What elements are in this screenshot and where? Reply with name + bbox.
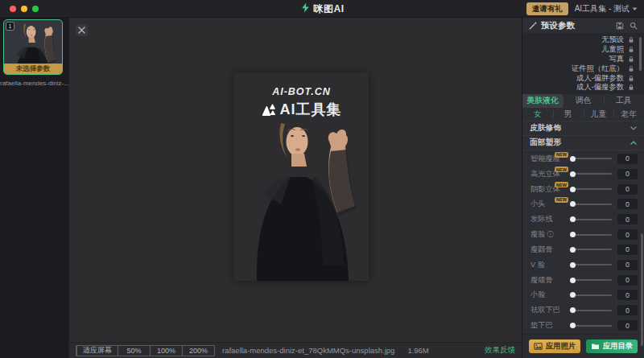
feature-tabs: 美肤液化调色工具 — [522, 94, 644, 108]
zoom-option-button[interactable]: 适应屏幕 — [76, 346, 118, 356]
gender-option[interactable]: 老年 — [613, 108, 644, 121]
slider-track[interactable] — [571, 188, 612, 190]
feature-tab[interactable]: 美肤液化 — [522, 94, 563, 108]
gender-option[interactable]: 男 — [553, 108, 584, 121]
slider-track[interactable] — [571, 204, 612, 205]
magic-wand-icon — [529, 19, 538, 33]
slider-thumb[interactable] — [570, 247, 576, 253]
close-icon — [78, 27, 85, 34]
slider-thumb[interactable] — [570, 292, 576, 298]
preset-item[interactable]: 无预设 — [522, 35, 644, 45]
lock-icon — [628, 46, 634, 53]
zoom-controls: 适应屏幕50%100%200% — [76, 345, 215, 356]
feedback-link[interactable]: 效果反馈 — [485, 345, 515, 356]
slider-thumb[interactable] — [570, 201, 576, 207]
slider-value: 0 — [617, 199, 638, 209]
slider-value: 0 — [617, 305, 638, 315]
chevron-up-icon — [630, 141, 637, 145]
section-face-label: 面部塑形 — [530, 138, 561, 148]
slider-row: NEW 阴影立体 0 — [522, 182, 644, 197]
zoom-option-button[interactable]: 200% — [182, 346, 214, 356]
slider-label: 瘦颌骨 — [530, 275, 553, 286]
zoom-option-button[interactable]: 100% — [150, 346, 182, 356]
slider-track[interactable] — [571, 264, 612, 265]
invite-button[interactable]: 邀请有礼 — [526, 2, 568, 14]
slider-thumb[interactable] — [570, 232, 576, 237]
slider-list: NEW 智能瘦脸 0 NEW 高光立体 — [522, 150, 644, 334]
slider-thumb[interactable] — [570, 262, 576, 268]
slider-track[interactable] — [571, 173, 612, 175]
photo-icon — [534, 343, 543, 350]
preset-item[interactable]: 儿童照 — [522, 45, 644, 55]
app-title: 咪图AI — [314, 2, 345, 16]
preset-item[interactable]: 成人-偏瘦参数 — [522, 83, 644, 93]
zoom-option-button[interactable]: 50% — [118, 346, 150, 356]
photo-preview[interactable]: AI-BOT.CN AI工具集 — [234, 72, 369, 281]
save-preset-icon[interactable] — [616, 19, 624, 33]
lock-icon — [628, 36, 634, 43]
info-icon: ⓘ — [547, 232, 553, 238]
slider-thumb[interactable] — [570, 323, 576, 328]
preset-list: 无预设 儿童照 写真 — [522, 33, 644, 94]
slider-thumb[interactable] — [570, 307, 576, 313]
slider-thumb[interactable] — [570, 216, 576, 222]
close-image-button[interactable] — [76, 24, 88, 36]
chevron-down-icon — [632, 7, 638, 11]
slider-track[interactable] — [571, 310, 612, 311]
thumbnail-index-badge: 1 — [6, 22, 14, 31]
slider-track[interactable] — [571, 279, 612, 281]
section-face-shape[interactable]: 面部塑形 — [522, 136, 644, 150]
slider-value: 0 — [617, 290, 638, 300]
folder-icon — [591, 343, 600, 350]
thumbnail-filename: rafaella-mendes-diniz-... — [0, 80, 68, 87]
slider-thumb[interactable] — [570, 171, 576, 177]
slider-track[interactable] — [571, 219, 612, 220]
gender-selector: 女男儿童老年 — [522, 108, 644, 121]
canvas-bottom-bar: 适应屏幕50%100%200% rafaella-mendes-diniz-et… — [68, 342, 522, 358]
gender-option[interactable]: 女 — [522, 108, 553, 121]
slider-track[interactable] — [571, 325, 612, 327]
preset-item[interactable]: 写真 — [522, 55, 644, 64]
image-thumbnail-card[interactable]: 1 未选择参数 — [3, 19, 63, 75]
slider-track[interactable] — [571, 294, 612, 296]
slider-row: 垫下巴 0 — [522, 318, 644, 333]
slider-value: 0 — [617, 184, 638, 195]
feature-tab[interactable]: 工具 — [604, 94, 644, 108]
slider-track[interactable] — [571, 249, 612, 250]
feature-tab[interactable]: 调色 — [563, 94, 603, 108]
slider-label: 小头 — [530, 199, 545, 209]
apply-directory-button[interactable]: 应用目录 — [586, 339, 638, 353]
app-window: 咪图AI 邀请有礼 AI工具集 - 测试 1 未选择参数 rafaella-me… — [0, 0, 644, 358]
apply-photo-label: 应用照片 — [546, 341, 576, 352]
apply-photo-button[interactable]: 应用照片 — [529, 339, 580, 353]
slider-label: 瘦脸 — [530, 229, 545, 240]
slider-thumb[interactable] — [570, 156, 576, 162]
preset-item[interactable]: 成人-偏胖参数 — [522, 73, 644, 83]
preset-label: 成人-偏瘦参数 — [576, 82, 624, 93]
slider-thumb[interactable] — [570, 187, 576, 192]
gender-option[interactable]: 儿童 — [584, 108, 614, 121]
slider-label: 垫下巴 — [530, 320, 553, 331]
slider-row: 瘦颌骨 0 — [522, 273, 644, 288]
slider-value: 0 — [617, 214, 638, 224]
slider-row: 瘦脸 ⓘ 0 — [522, 227, 644, 242]
slider-track[interactable] — [571, 234, 612, 236]
search-preset-icon[interactable] — [630, 19, 638, 33]
slider-row: NEW 小头 0 — [522, 196, 644, 212]
editor-canvas: AI-BOT.CN AI工具集 — [68, 18, 522, 342]
slider-label: 祛双下巴 — [530, 305, 560, 315]
slider-track[interactable] — [571, 158, 612, 159]
slider-value: 0 — [617, 169, 638, 179]
slider-label: V 脸 — [530, 260, 545, 270]
preset-item[interactable]: 证件照（红底） — [522, 64, 644, 73]
slider-row: NEW 高光立体 0 — [522, 167, 644, 182]
preset-header-title: 预设参数 — [541, 20, 575, 31]
section-skin-retouch[interactable]: 皮肤修饰 — [522, 121, 644, 136]
preset-scrollbar[interactable] — [639, 37, 642, 71]
slider-thumb[interactable] — [570, 278, 576, 283]
slider-row: 发际线 0 — [522, 212, 644, 227]
account-menu[interactable]: AI工具集 - 测试 — [575, 3, 638, 14]
current-filename: rafaella-mendes-diniz-et_78QkMMQs-unspla… — [222, 346, 394, 355]
panel-scrollbar[interactable] — [641, 233, 643, 346]
lock-icon — [628, 75, 634, 82]
